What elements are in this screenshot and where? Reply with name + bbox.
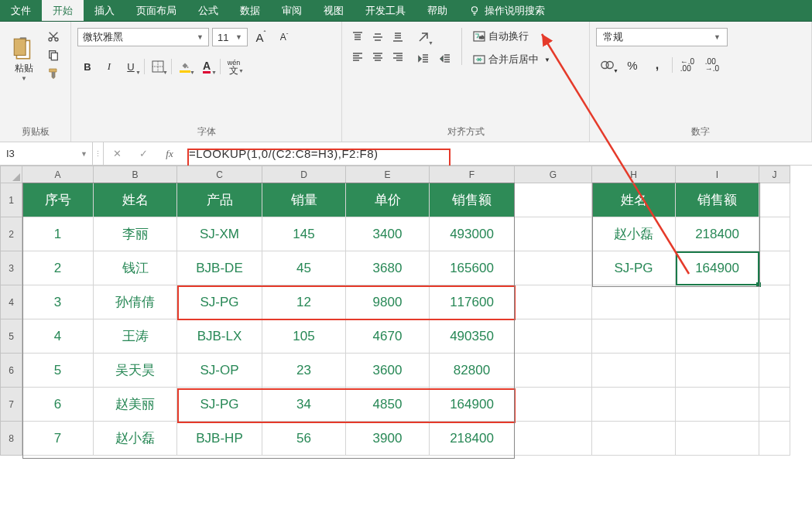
percent-format-button[interactable]: %	[621, 56, 644, 74]
decrease-indent-button[interactable]	[413, 50, 433, 68]
col-header-D[interactable]: D	[262, 166, 346, 183]
col-header-H[interactable]: H	[592, 166, 676, 183]
tab-review[interactable]: 审阅	[271, 0, 313, 21]
align-right-button[interactable]	[389, 48, 407, 67]
align-top-button[interactable]	[348, 28, 367, 46]
name-box[interactable]: I3▼	[0, 142, 93, 165]
increase-indent-button[interactable]	[435, 50, 455, 68]
col-header-E[interactable]: E	[346, 166, 430, 183]
tab-view[interactable]: 视图	[313, 0, 355, 21]
row-header-1[interactable]: 1	[1, 183, 22, 217]
cell[interactable]: 4	[22, 319, 94, 354]
cell[interactable]: 3400	[346, 217, 430, 251]
copy-button[interactable]	[46, 48, 60, 62]
cell[interactable]	[515, 388, 592, 422]
cell[interactable]: 218400	[676, 217, 759, 251]
cell[interactable]: BJB-LX	[177, 319, 262, 354]
cell[interactable]: 56	[262, 422, 346, 456]
cell[interactable]	[515, 354, 592, 388]
cell[interactable]	[759, 217, 790, 251]
decrease-decimal-button[interactable]: .00→.0	[701, 56, 724, 74]
wrap-text-button[interactable]: ab自动换行	[468, 28, 555, 45]
cell[interactable]	[515, 251, 592, 285]
col-header-A[interactable]: A	[22, 166, 94, 183]
cell[interactable]	[759, 354, 790, 388]
col-header-B[interactable]: B	[94, 166, 177, 183]
cell[interactable]: 23	[262, 354, 346, 388]
cell[interactable]: 产品	[177, 183, 262, 217]
cell[interactable]: 5	[22, 354, 94, 388]
align-center-button[interactable]	[368, 48, 387, 67]
worksheet[interactable]: A B C D E F G H I J 1 序号 姓名 产品 销量 单价 销售额…	[0, 166, 812, 456]
cell[interactable]	[592, 422, 676, 456]
accounting-format-button[interactable]: ▼	[596, 56, 619, 74]
tab-home[interactable]: 开始	[42, 0, 84, 21]
cell[interactable]: 吴天昊	[94, 354, 177, 388]
cell[interactable]: 3900	[346, 422, 430, 456]
row-header-3[interactable]: 3	[1, 251, 22, 285]
cell[interactable]	[515, 422, 592, 456]
cell[interactable]: 赵小磊	[94, 422, 177, 456]
cell[interactable]: 序号	[22, 183, 94, 217]
font-color-button[interactable]: A▼	[197, 57, 217, 76]
col-header-F[interactable]: F	[430, 166, 515, 183]
row-header-4[interactable]: 4	[1, 285, 22, 319]
col-header-G[interactable]: G	[515, 166, 592, 183]
cell[interactable]: 493000	[430, 217, 515, 251]
cell[interactable]: SJ-PG	[177, 285, 262, 319]
cell[interactable]: 姓名	[94, 183, 177, 217]
phonetic-button[interactable]: wén文▼	[224, 57, 244, 76]
cell[interactable]: SJ-PG	[592, 251, 676, 285]
cell[interactable]: 164900	[430, 388, 515, 422]
cell[interactable]: 6	[22, 388, 94, 422]
insert-function-button[interactable]: fx	[156, 142, 183, 165]
cell[interactable]	[759, 183, 790, 217]
active-cell[interactable]: 164900	[676, 251, 759, 285]
cell[interactable]: 销售额	[430, 183, 515, 217]
row-header-8[interactable]: 8	[1, 422, 22, 456]
row-header-5[interactable]: 5	[1, 319, 22, 354]
cell[interactable]: 34	[262, 388, 346, 422]
cell[interactable]	[515, 319, 592, 354]
cut-button[interactable]	[46, 29, 60, 43]
cell[interactable]: 李丽	[94, 217, 177, 251]
borders-button[interactable]: ▼	[148, 57, 168, 76]
orientation-button[interactable]: ▼	[413, 28, 433, 46]
tab-help[interactable]: 帮助	[416, 0, 458, 21]
cell[interactable]: 45	[262, 251, 346, 285]
cell[interactable]	[592, 388, 676, 422]
cell[interactable]	[515, 217, 592, 251]
cell[interactable]: 117600	[430, 285, 515, 319]
tell-me-search[interactable]: 操作说明搜索	[458, 0, 556, 21]
cell[interactable]	[759, 251, 790, 285]
tab-file[interactable]: 文件	[0, 0, 42, 21]
cell[interactable]: 12	[262, 285, 346, 319]
increase-font-button[interactable]: Aˆ	[251, 28, 271, 46]
col-header-I[interactable]: I	[676, 166, 759, 183]
cell[interactable]	[515, 183, 592, 217]
tab-formulas[interactable]: 公式	[187, 0, 229, 21]
row-header-2[interactable]: 2	[1, 217, 22, 251]
cell[interactable]: 7	[22, 422, 94, 456]
cell[interactable]	[676, 285, 759, 319]
cell[interactable]: 145	[262, 217, 346, 251]
cell[interactable]	[759, 319, 790, 354]
cell[interactable]: 1	[22, 217, 94, 251]
cell[interactable]: 赵美丽	[94, 388, 177, 422]
cell[interactable]: 销售额	[676, 183, 759, 217]
cell[interactable]	[676, 388, 759, 422]
cell[interactable]	[676, 422, 759, 456]
tab-data[interactable]: 数据	[229, 0, 271, 21]
cell[interactable]	[759, 285, 790, 319]
cell[interactable]: 钱江	[94, 251, 177, 285]
fill-color-button[interactable]: ▼	[175, 57, 195, 76]
cell[interactable]: 3680	[346, 251, 430, 285]
cell[interactable]: 165600	[430, 251, 515, 285]
align-middle-button[interactable]	[368, 28, 387, 46]
bold-button[interactable]: B	[77, 57, 98, 76]
cell[interactable]	[515, 285, 592, 319]
cell[interactable]: 3600	[346, 354, 430, 388]
cell[interactable]	[759, 422, 790, 456]
cell[interactable]: 82800	[430, 354, 515, 388]
col-header-C[interactable]: C	[177, 166, 262, 183]
